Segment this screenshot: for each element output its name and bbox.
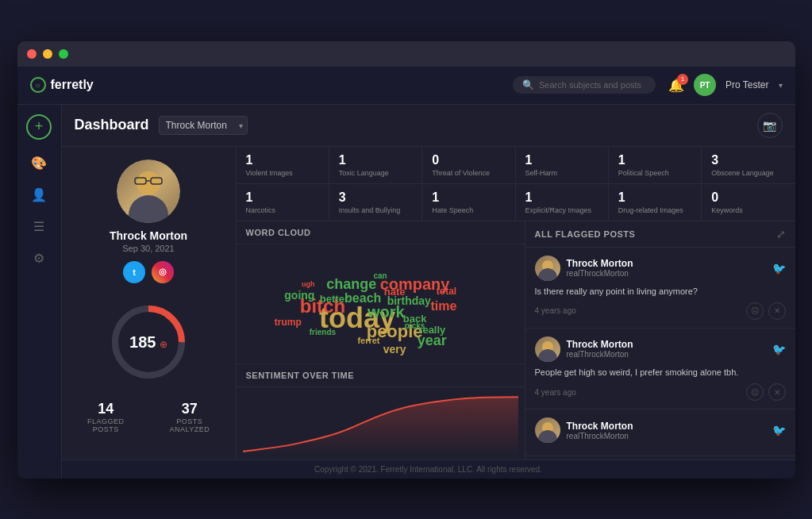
avatar: [117, 160, 180, 223]
word-cloud-word[interactable]: friends: [310, 328, 336, 336]
subject-select-wrapper[interactable]: Throck Morton: [159, 116, 248, 135]
word-cloud-word[interactable]: very: [383, 343, 406, 356]
sidebar-item-palette[interactable]: 🎨: [25, 149, 53, 178]
word-cloud-word[interactable]: change: [326, 275, 376, 292]
flagged-label: FLAGGED POSTS: [75, 417, 138, 433]
word-cloud-word[interactable]: ferret: [357, 336, 379, 345]
user-menu-chevron[interactable]: ▾: [779, 81, 783, 90]
word-cloud-word[interactable]: can: [373, 271, 387, 279]
footer: Copyright © 2021. Ferretly International…: [62, 459, 795, 479]
maximize-dot[interactable]: [59, 49, 68, 59]
sidebar-item-settings[interactable]: ⚙: [25, 244, 53, 273]
stat-label-11: Keywords: [711, 206, 785, 214]
twitter-icon: 🐦: [772, 343, 786, 356]
word-cloud-word[interactable]: hate: [384, 285, 406, 297]
stat-label-6: Narcotics: [246, 206, 319, 214]
minimize-dot[interactable]: [43, 49, 52, 59]
svg-rect-0: [135, 178, 146, 184]
right-panels: 1 Violent Images 1 Toxic Language 0 Thre…: [237, 147, 795, 459]
profile-name: Throck Morton: [110, 229, 187, 242]
subject-select[interactable]: Throck Morton: [159, 116, 248, 135]
expand-icon[interactable]: ⤢: [776, 228, 786, 240]
list-item: Throck Morton realThrockMorton 🐦 People …: [525, 329, 795, 409]
post-avatar: [535, 417, 560, 443]
flagged-list: Throck Morton realThrockMorton 🐦 Is ther…: [525, 248, 795, 459]
post-footer: 4 years ago ☹ ✕: [535, 383, 786, 401]
stat-label-10: Drug-related Images: [618, 206, 691, 214]
analyzed-label: POSTS ANALYZED: [156, 417, 222, 433]
twitter-button[interactable]: t: [123, 261, 145, 283]
stat-count-8: 1: [432, 190, 505, 205]
stat-explicit-images: 1 Explicit/Racy Images: [516, 184, 609, 221]
list-item: Throck Morton realThrockMorton 🐦: [525, 409, 795, 456]
sidebar: + 🎨 👤 ☰ ⚙: [17, 105, 62, 479]
stat-count-5: 3: [711, 153, 785, 167]
sidebar-item-users[interactable]: 👤: [25, 181, 53, 210]
user-label: Pro Tester: [725, 79, 768, 90]
search-bar[interactable]: 🔍 Search subjects and posts: [513, 76, 656, 94]
close-dot[interactable]: [27, 49, 37, 59]
sad-icon[interactable]: ☹: [746, 383, 764, 401]
post-actions: ☹ ✕: [746, 302, 786, 320]
stat-count-1: 1: [339, 153, 412, 167]
word-cloud-word[interactable]: better: [320, 292, 348, 304]
camera-button[interactable]: 📷: [757, 113, 783, 138]
flag-icon[interactable]: ✕: [768, 383, 786, 401]
top-nav: ○ ferretly 🔍 Search subjects and posts 🔔…: [17, 67, 795, 105]
post-avatar: [535, 336, 560, 362]
word-cloud-word[interactable]: ugh: [302, 280, 315, 288]
risk-circle: 185 ⊕: [109, 302, 188, 382]
stats-grid-row2: 1 Narcotics 3 Insults and Bullying 1 Hat…: [237, 184, 795, 221]
stat-insults-bullying: 3 Insults and Bullying: [329, 184, 422, 221]
word-cloud-header: WORD CLOUD: [237, 221, 525, 244]
logo-text: ferretly: [51, 78, 94, 92]
post-header: Throck Morton realThrockMorton 🐦: [535, 336, 786, 362]
stat-toxic-language: 1 Toxic Language: [329, 147, 422, 183]
user-avatar[interactable]: PT: [694, 74, 716, 96]
logo-icon: ○: [30, 77, 46, 93]
word-cloud-word[interactable]: trump: [275, 317, 302, 328]
post-time: 4 years ago: [535, 388, 576, 397]
word-cloud-word[interactable]: going: [284, 289, 314, 302]
stat-label-4: Political Speech: [618, 169, 691, 177]
stat-count-7: 3: [339, 190, 412, 205]
sentiment-panel: SENTIMENT OVER TIME: [237, 364, 525, 459]
word-cloud-word[interactable]: picks: [405, 321, 425, 329]
stat-drug-images: 1 Drug-related Images: [609, 184, 702, 221]
word-cloud-word[interactable]: time: [430, 299, 456, 313]
twitter-icon: 🐦: [772, 262, 786, 275]
word-cloud-word[interactable]: beach: [344, 291, 381, 306]
stat-label-5: Obscene Language: [711, 169, 785, 177]
stat-threat-violence: 0 Threat of Violence: [422, 147, 515, 183]
sad-icon[interactable]: ☹: [746, 302, 764, 320]
main-content: Dashboard Throck Morton 📷: [62, 105, 795, 479]
instagram-button[interactable]: ◎: [152, 261, 174, 283]
flagged-stat: 14 FLAGGED POSTS: [75, 401, 138, 433]
page-title: Dashboard: [75, 117, 149, 133]
profile-panel: Throck Morton Sep 30, 2021 t ◎: [62, 147, 237, 459]
stat-political-speech: 1 Political Speech: [609, 147, 702, 183]
flag-icon[interactable]: ✕: [768, 302, 786, 320]
notifications-bell[interactable]: 🔔 1: [668, 78, 684, 93]
logo: ○ ferretly: [30, 77, 94, 93]
stat-count-0: 1: [246, 153, 319, 167]
sidebar-item-list[interactable]: ☰: [25, 213, 53, 241]
app-body: + 🎨 👤 ☰ ⚙ Dashboard Throck Morton 📷: [17, 105, 795, 479]
post-user-info: Throck Morton realThrockMorton: [567, 339, 766, 359]
circle-center: 185 ⊕: [129, 333, 167, 351]
add-button[interactable]: +: [26, 114, 52, 140]
post-header: Throck Morton realThrockMorton 🐦: [535, 417, 786, 443]
post-username: Throck Morton: [567, 339, 766, 350]
content-area: Throck Morton Sep 30, 2021 t ◎: [62, 147, 795, 459]
word-cloud-content: todaybitchcompanypeopleworkchangeyearbea…: [237, 244, 525, 364]
post-user-info: Throck Morton realThrockMorton: [567, 258, 766, 278]
word-cloud-word[interactable]: total: [437, 286, 456, 297]
flagged-count: 14: [75, 401, 138, 417]
sentiment-header: SENTIMENT OVER TIME: [237, 364, 525, 387]
post-username: Throck Morton: [567, 421, 766, 432]
flagged-header: ALL FLAGGED POSTS ⤢: [525, 221, 795, 248]
svg-rect-1: [151, 178, 162, 184]
stat-count-11: 0: [711, 190, 785, 205]
sentiment-content: [237, 387, 525, 459]
notification-badge: 1: [677, 74, 688, 85]
